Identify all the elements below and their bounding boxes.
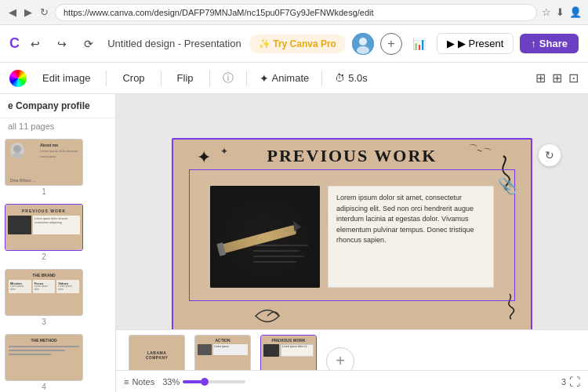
- toolbar-left: C ↩ ↪ ⟳: [9, 33, 100, 55]
- sidebar-subtitle: all 11 pages: [0, 118, 115, 134]
- canva-logo: C: [9, 35, 20, 52]
- sync-button[interactable]: ⟳: [78, 33, 100, 55]
- toolbar-separator-2: [161, 71, 162, 86]
- try-pro-button[interactable]: ✨ Try Canva Pro: [249, 34, 346, 53]
- info-icon[interactable]: ⓘ: [223, 71, 234, 85]
- toolbar-separator-5: [321, 71, 322, 86]
- toolbar-center: Untitled design - Presentation: [106, 38, 243, 49]
- filter-button[interactable]: ⊞: [535, 71, 546, 85]
- share-label: Share: [539, 38, 568, 49]
- toolbar-separator-1: [106, 71, 107, 86]
- redo-button[interactable]: ↪: [51, 33, 73, 55]
- bottom-bar: ≡ Notes 33% 3 ⛶: [116, 370, 588, 392]
- refresh-btn[interactable]: ↻: [38, 6, 50, 19]
- browser-bar: ◀ ▶ ↻ https://www.canva.com/design/DAFP7…: [0, 0, 588, 25]
- star-icon[interactable]: ☆: [542, 6, 551, 18]
- present-text: ▶ Present: [458, 38, 503, 49]
- add-page-icon: +: [336, 352, 345, 370]
- present-button[interactable]: ▶ ▶ Present: [437, 33, 514, 54]
- try-pro-label: ✨ Try Canva Pro: [259, 38, 336, 49]
- canvas-area: ↻ ✦ ✦ ⌒~⌒ PREVIOUS WORK: [116, 94, 588, 392]
- page-thumb-3: THE BRAND Mission Lorem ipsum dolor Focu…: [5, 269, 83, 316]
- deco-loop-bottom: [252, 304, 283, 331]
- page-num-2: 2: [42, 252, 46, 261]
- sidebar-pages: About me Lorem ipsum dolor sit amet cons…: [0, 134, 115, 392]
- browser-controls: ◀ ▶ ↻: [6, 6, 50, 19]
- page-number: 3: [561, 377, 566, 387]
- notes-icon: ≡: [124, 377, 129, 387]
- animate-label: Animate: [272, 72, 310, 84]
- zoom-percent: 33%: [162, 377, 180, 387]
- svg-point-2: [357, 46, 369, 54]
- animate-icon: ✦: [260, 72, 269, 85]
- browser-icons: ☆ ⬇ 👤: [542, 6, 582, 18]
- slide-body: Lorem ipsum dolor sit amet, consectetur …: [194, 178, 510, 296]
- svg-point-4: [12, 153, 23, 158]
- page-num-3: 3: [42, 318, 46, 326]
- notes-label: Notes: [132, 377, 154, 387]
- sidebar: e Company profile all 11 pages: [0, 94, 116, 392]
- sidebar-page-1[interactable]: About me Lorem ipsum dolor sit amet cons…: [3, 137, 112, 198]
- toolbar-separator-4: [246, 71, 247, 86]
- url-text: https://www.canva.com/design/DAFP79MNJaM…: [64, 8, 374, 17]
- forward-btn[interactable]: ▶: [22, 6, 34, 19]
- share-button[interactable]: ↑ Share: [520, 34, 579, 53]
- download-icon[interactable]: ⬇: [556, 6, 564, 18]
- animate-button[interactable]: ✦ Animate: [260, 72, 310, 85]
- zoom-slider-fill: [183, 380, 201, 383]
- paperclip-icon: 📎: [498, 176, 517, 195]
- svg-rect-13: [210, 186, 320, 288]
- sidebar-page-3[interactable]: THE BRAND Mission Lorem ipsum dolor Focu…: [3, 267, 112, 328]
- notes-button[interactable]: ≡ Notes: [124, 377, 154, 387]
- clock-icon: ⏱: [335, 72, 345, 84]
- svg-point-3: [13, 145, 21, 153]
- undo-button[interactable]: ↩: [24, 33, 46, 55]
- toolbar-right: ✨ Try Canva Pro + 📊 ▶ ▶ Present ↑ Share: [249, 33, 579, 55]
- add-collaborator-button[interactable]: +: [380, 33, 402, 55]
- canvas-slide[interactable]: ✦ ✦ ⌒~⌒ PREVIOUS WORK 🗑: [172, 138, 532, 348]
- time-label: 5.0s: [348, 72, 368, 84]
- canva-toolbar: C ↩ ↪ ⟳ Untitled design - Presentation ✨…: [0, 25, 588, 63]
- page-indicator: 3 ⛶: [561, 376, 580, 388]
- slide-title: PREVIOUS WORK: [267, 146, 437, 165]
- flip-button[interactable]: Flip: [174, 71, 197, 85]
- document-title: Untitled design - Presentation: [107, 38, 241, 49]
- svg-point-1: [359, 38, 367, 45]
- analytics-button[interactable]: 📊: [408, 33, 430, 55]
- url-bar[interactable]: https://www.canva.com/design/DAFP79MNJaM…: [55, 4, 537, 21]
- canvas-wrapper: ↻ ✦ ✦ ⌒~⌒ PREVIOUS WORK: [172, 138, 532, 348]
- color-palette-button[interactable]: [9, 70, 27, 87]
- slide-image[interactable]: [210, 186, 320, 288]
- deco-small-star: ✦: [220, 146, 228, 157]
- time-button[interactable]: ⏱ 5.0s: [335, 72, 368, 84]
- edit-toolbar: Edit image Crop Flip ⓘ ✦ Animate ⏱ 5.0s …: [0, 63, 588, 94]
- zoom-slider-thumb: [201, 378, 209, 386]
- back-btn[interactable]: ◀: [6, 6, 19, 19]
- present-label: ▶: [447, 38, 455, 49]
- crop-button[interactable]: Crop: [119, 71, 147, 85]
- page-thumb-1: About me Lorem ipsum dolor sit amet cons…: [5, 139, 83, 186]
- rotate-button[interactable]: ↻: [539, 144, 561, 166]
- deco-sparkle-left: ✦: [197, 147, 211, 168]
- profile-icon[interactable]: 👤: [569, 6, 582, 18]
- main-layout: e Company profile all 11 pages: [0, 94, 588, 392]
- share-icon: ↑: [531, 38, 536, 49]
- page-num-1: 1: [42, 187, 46, 196]
- edit-toolbar-right: ⊞ ⊞ ⊡: [535, 71, 579, 85]
- page-num-4: 4: [42, 383, 46, 391]
- zoom-slider[interactable]: [183, 380, 245, 383]
- sidebar-page-4[interactable]: THE METHOD 4: [3, 332, 112, 392]
- more-options-button[interactable]: ⊡: [568, 71, 579, 85]
- page-thumb-4: THE METHOD: [5, 334, 83, 381]
- fullscreen-button[interactable]: ⛶: [569, 376, 580, 388]
- sidebar-page-2[interactable]: PREVIOUS WORK Lorem ipsum dolor sit amet…: [3, 202, 112, 263]
- grid-button[interactable]: ⊞: [552, 71, 562, 85]
- slide-body-text: Lorem ipsum dolor sit amet, consectetur …: [336, 194, 474, 244]
- slide-content-box[interactable]: 📎: [189, 169, 515, 301]
- sidebar-title: e Company profile: [0, 94, 115, 118]
- zoom-info: 33%: [162, 377, 245, 387]
- edit-image-button[interactable]: Edit image: [39, 71, 93, 85]
- avatar[interactable]: [352, 33, 374, 55]
- toolbar-separator-3: [209, 71, 210, 86]
- slide-text-box: Lorem ipsum dolor sit amet, consectetur …: [328, 186, 494, 288]
